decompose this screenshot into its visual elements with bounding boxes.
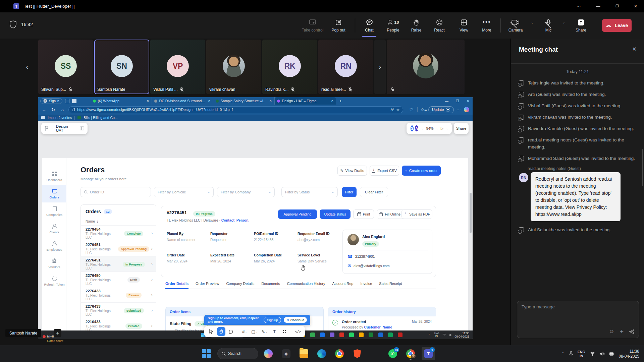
- wifi-icon[interactable]: [590, 352, 595, 356]
- order-row[interactable]: 2279451TL Flex Holdings LLC Approval Pen…: [81, 241, 156, 256]
- sort-arrow-icon[interactable]: ↓: [97, 219, 98, 223]
- shape-tool-icon[interactable]: ▢⌄: [250, 327, 259, 336]
- browser-tab[interactable]: DC Divisions and Surroundings ✕: [152, 97, 213, 105]
- attach-plus-icon[interactable]: +: [620, 328, 624, 335]
- collaborators-chevron-icon[interactable]: ⌄: [421, 127, 424, 130]
- inner-language-indicator[interactable]: ENGIN: [434, 332, 439, 338]
- sidebar-item[interactable]: Companies: [42, 202, 66, 220]
- window-restore-button[interactable]: ❐: [609, 0, 625, 12]
- pinned-app-icon[interactable]: [359, 333, 364, 337]
- detail-tab[interactable]: Order Preview: [196, 282, 219, 286]
- window-minimize-button[interactable]: —: [590, 0, 606, 12]
- contact-email[interactable]: alex@vstatefilings.com: [354, 264, 390, 268]
- vertical-tabs-icon[interactable]: [72, 99, 76, 103]
- detail-tab[interactable]: Account Rep: [332, 282, 354, 286]
- contact-phone[interactable]: 2123874901: [355, 254, 375, 258]
- sidebar-item[interactable]: Dashboard: [42, 168, 66, 185]
- copilot-icon[interactable]: [464, 107, 469, 112]
- participant-tile[interactable]: SS Shivani Sup...: [38, 40, 93, 94]
- continue-with-google-button[interactable]: GContinue: [284, 317, 307, 323]
- figma-menu-chevron-icon[interactable]: ⌄: [51, 127, 53, 130]
- volume-icon[interactable]: [600, 352, 605, 356]
- participant-tile-large[interactable]: [387, 40, 465, 94]
- sidebar-item[interactable]: Refresh Token: [42, 272, 66, 290]
- detail-tab[interactable]: Company Details: [226, 282, 254, 286]
- pinned-app-icon[interactable]: [378, 333, 383, 337]
- taskbar-search-box[interactable]: Search: [217, 348, 258, 359]
- read-aloud-icon[interactable]: A⁾: [391, 108, 394, 112]
- detail-tab[interactable]: Communication History: [287, 282, 325, 286]
- order-row[interactable]: 2279454TL Flex Holdings LLC Complete ›: [81, 226, 156, 241]
- order-row[interactable]: 2276433TL Flex Holdings LLC Review ›: [81, 287, 156, 303]
- mic-button[interactable]: Mic: [539, 15, 557, 36]
- tab-close-icon[interactable]: ✕: [208, 99, 211, 103]
- strip-scroll-left-icon[interactable]: ‹: [23, 60, 32, 74]
- taskbar-app-button[interactable]: T 1: [422, 347, 435, 360]
- filter-button[interactable]: Filter: [342, 187, 357, 197]
- dev-mode-toggle-icon[interactable]: </>: [293, 327, 302, 336]
- comment-tool-icon[interactable]: [227, 327, 235, 336]
- filter-company-select[interactable]: Filter by Company⌄: [217, 187, 275, 197]
- taskbar-app-button[interactable]: [368, 347, 382, 360]
- pinned-app-icon[interactable]: [388, 333, 393, 337]
- sidebar-item[interactable]: Employees: [42, 237, 66, 255]
- chat-message-bubble[interactable]: Redberyl and Santosh added read.ai meeti…: [531, 172, 621, 221]
- strip-scroll-right-icon[interactable]: ›: [374, 40, 386, 94]
- figma-share-button[interactable]: Share: [454, 123, 469, 134]
- chat-button[interactable]: Chat: [359, 15, 379, 36]
- taskbar-app-button[interactable]: ✆ 81: [386, 347, 399, 360]
- browser-essentials-icon[interactable]: ♡: [407, 107, 416, 112]
- emoji-icon[interactable]: ☺: [609, 328, 614, 335]
- send-icon[interactable]: [629, 329, 635, 335]
- start-button[interactable]: [202, 349, 211, 358]
- tray-mic-icon[interactable]: [569, 351, 573, 357]
- browser-tab[interactable]: Design - UAT – Figma ✕: [275, 97, 336, 105]
- taskbar-app-button[interactable]: [297, 347, 311, 360]
- name-column-header[interactable]: Name: [86, 219, 95, 223]
- order-row[interactable]: 2276450TL Flex Holdings LLC Draft ›: [81, 272, 156, 287]
- home-icon[interactable]: ⌂: [58, 107, 67, 112]
- detail-tab[interactable]: Order Details: [165, 282, 189, 286]
- workspaces-icon[interactable]: [65, 99, 69, 103]
- pop-out-button[interactable]: Pop out: [326, 15, 351, 36]
- inner-clock[interactable]: 11:3808-04-2025: [455, 331, 469, 338]
- taskbar-app-button[interactable]: [262, 347, 275, 360]
- sidebar-item[interactable]: Orders: [42, 185, 66, 202]
- pinned-app-icon[interactable]: [398, 333, 402, 337]
- browser-restore-button[interactable]: ❐: [452, 97, 463, 105]
- actions-tool-icon[interactable]: [280, 327, 289, 336]
- customer-name-link[interactable]: Customer_Name: [364, 325, 392, 329]
- zoom-chevron-icon[interactable]: ⌄: [436, 127, 438, 130]
- message-input[interactable]: Type a message ☺ +: [517, 301, 639, 338]
- tab-close-icon[interactable]: ✕: [331, 99, 334, 103]
- people-button[interactable]: 10 People: [380, 15, 406, 36]
- url-text[interactable]: https://www.figma.com/design/9BKQ0FOHRWa…: [77, 108, 388, 112]
- browser-profile-button[interactable]: Sign in: [40, 98, 62, 104]
- battery-icon[interactable]: [609, 352, 614, 356]
- window-more-icon[interactable]: ⋯: [571, 0, 586, 12]
- view-drafts-button[interactable]: ✎View Drafts: [337, 166, 367, 176]
- present-icon[interactable]: ▷: [441, 126, 443, 131]
- figma-logo-icon[interactable]: [45, 126, 48, 131]
- sidebar-item[interactable]: Clients: [42, 220, 66, 237]
- pinned-app-icon[interactable]: [310, 333, 315, 337]
- hand-tool-icon[interactable]: [217, 327, 226, 336]
- print-button[interactable]: Print: [353, 209, 374, 219]
- raise-hand-button[interactable]: Raise: [407, 15, 426, 36]
- create-new-order-button[interactable]: +Create new order: [402, 166, 441, 176]
- pinned-app-icon[interactable]: [330, 333, 334, 337]
- browser-menu-icon[interactable]: ⋯: [454, 107, 463, 112]
- participant-tile[interactable]: VP Vishal Patil ...: [150, 40, 205, 94]
- browser-close-button[interactable]: ✕: [463, 97, 473, 105]
- participant-tile[interactable]: SN Santosh Narate: [94, 40, 149, 94]
- pinned-app-icon[interactable]: [369, 333, 373, 337]
- bookmark-bills[interactable]: Bills | Billing and Co...: [84, 116, 117, 120]
- refresh-icon[interactable]: ↻: [49, 107, 58, 112]
- figma-doc-title[interactable]: Design - UAT: [56, 124, 77, 132]
- more-button[interactable]: ••• More: [477, 15, 497, 36]
- clear-filter-button[interactable]: Clear Filter: [360, 187, 388, 197]
- favorites-bar-icon[interactable]: ☆≡: [419, 107, 428, 112]
- zoom-level[interactable]: 94%: [426, 126, 433, 130]
- participant-tile[interactable]: RN read.ai mee...: [318, 40, 373, 94]
- detail-tab[interactable]: Invoice: [360, 282, 372, 286]
